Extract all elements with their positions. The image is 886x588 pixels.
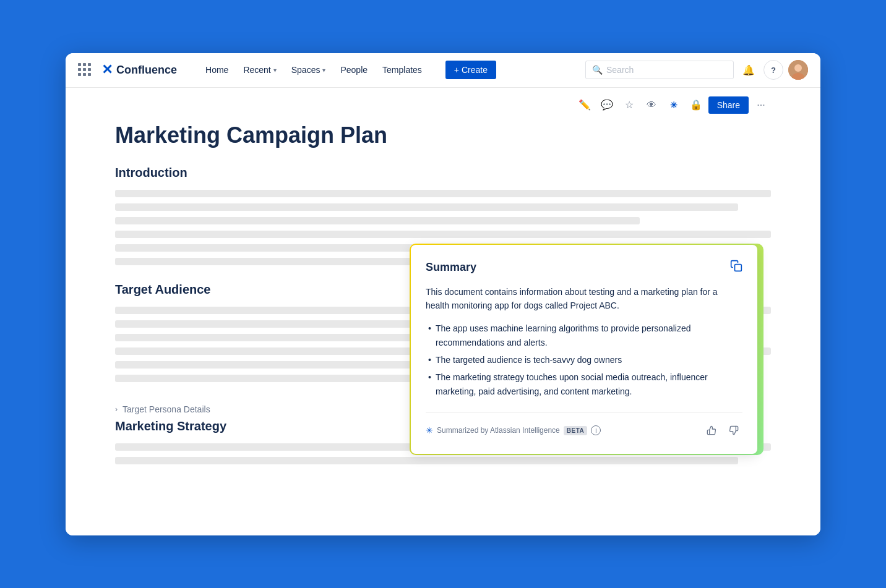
summary-title: Summary <box>426 261 476 274</box>
svg-point-1 <box>794 64 802 72</box>
introduction-heading: Introduction <box>115 166 771 180</box>
thumbs-up-button[interactable] <box>703 422 720 439</box>
spaces-chevron-icon: ▾ <box>322 67 325 74</box>
summary-footer: ✳ Summarized by Atlassian Intelligence B… <box>426 412 742 439</box>
nav-home[interactable]: Home <box>199 61 234 79</box>
summary-body: This document contains information about… <box>426 285 742 313</box>
document-content: Marketing Campaign Plan Introduction Tar… <box>115 122 771 464</box>
browser-window: ✕ Confluence Home Recent ▾ Spaces ▾ Peop… <box>66 53 820 535</box>
info-icon[interactable]: i <box>591 425 601 435</box>
nav-spaces[interactable]: Spaces ▾ <box>285 61 332 79</box>
ai-badge: ✳ Summarized by Atlassian Intelligence B… <box>426 425 601 435</box>
atlassian-intelligence-icon: ✳ <box>426 425 433 435</box>
edit-icon[interactable]: ✏️ <box>575 95 595 115</box>
thumbs-down-button[interactable] <box>725 422 742 439</box>
chevron-right-icon: › <box>115 405 118 414</box>
logo-icon: ✕ <box>101 63 113 77</box>
beta-badge: BETA <box>564 426 587 435</box>
document-title: Marketing Campaign Plan <box>115 122 771 148</box>
search-bar[interactable]: 🔍 Search <box>585 61 734 79</box>
skeleton-line <box>115 457 738 464</box>
navbar: ✕ Confluence Home Recent ▾ Spaces ▾ Peop… <box>66 53 820 88</box>
confluence-logo[interactable]: ✕ Confluence <box>101 63 177 77</box>
share-button[interactable]: Share <box>708 96 749 114</box>
user-avatar[interactable] <box>788 60 808 80</box>
summary-list: The app uses machine learning algorithms… <box>426 320 742 400</box>
copy-icon[interactable] <box>730 260 742 275</box>
more-options-icon[interactable]: ··· <box>751 95 771 115</box>
help-icon[interactable]: ? <box>763 60 783 80</box>
search-placeholder: Search <box>606 65 727 75</box>
collapsible-label: Target Persona Details <box>123 404 210 414</box>
notifications-icon[interactable]: 🔔 <box>739 60 759 80</box>
skeleton-line <box>115 231 771 238</box>
summary-list-item: The marketing strategy touches upon soci… <box>426 369 742 400</box>
logo-label: Confluence <box>116 64 177 77</box>
nav-recent[interactable]: Recent ▾ <box>237 61 282 79</box>
nav-left: ✕ Confluence Home Recent ▾ Spaces ▾ Peop… <box>78 61 585 79</box>
summary-list-item: The app uses machine learning algorithms… <box>426 320 742 351</box>
main-content: ✏️ 💬 ☆ 👁 ✳ 🔒 Share ··· Marketing Campaig… <box>66 88 820 535</box>
app-switcher-icon[interactable] <box>78 63 92 77</box>
comment-icon[interactable]: 💬 <box>597 95 617 115</box>
summary-header: Summary <box>426 260 742 275</box>
nav-links: Home Recent ▾ Spaces ▾ People Templates <box>199 61 428 79</box>
feedback-icons <box>703 422 742 439</box>
create-button[interactable]: + Create <box>445 61 496 79</box>
watch-icon[interactable]: 👁 <box>642 95 661 115</box>
summary-card: Summary This document contains informati… <box>411 245 757 454</box>
summary-list-item: The targeted audience is tech-savvy dog … <box>426 351 742 369</box>
ai-label: Summarized by Atlassian Intelligence <box>437 426 560 435</box>
summary-card-wrapper: Summary This document contains informati… <box>410 244 763 456</box>
skeleton-line <box>115 190 771 197</box>
ai-icon[interactable]: ✳ <box>664 95 684 115</box>
skeleton-line <box>115 203 738 211</box>
svg-rect-3 <box>735 264 742 271</box>
doc-toolbar: ✏️ 💬 ☆ 👁 ✳ 🔒 Share ··· <box>115 88 771 120</box>
nav-right: 🔍 Search 🔔 ? <box>585 60 808 80</box>
star-icon[interactable]: ☆ <box>619 95 639 115</box>
search-icon: 🔍 <box>592 65 603 75</box>
nav-templates[interactable]: Templates <box>376 61 428 79</box>
restrict-icon[interactable]: 🔒 <box>686 95 706 115</box>
nav-people[interactable]: People <box>334 61 374 79</box>
skeleton-line <box>115 217 640 224</box>
recent-chevron-icon: ▾ <box>273 67 277 74</box>
